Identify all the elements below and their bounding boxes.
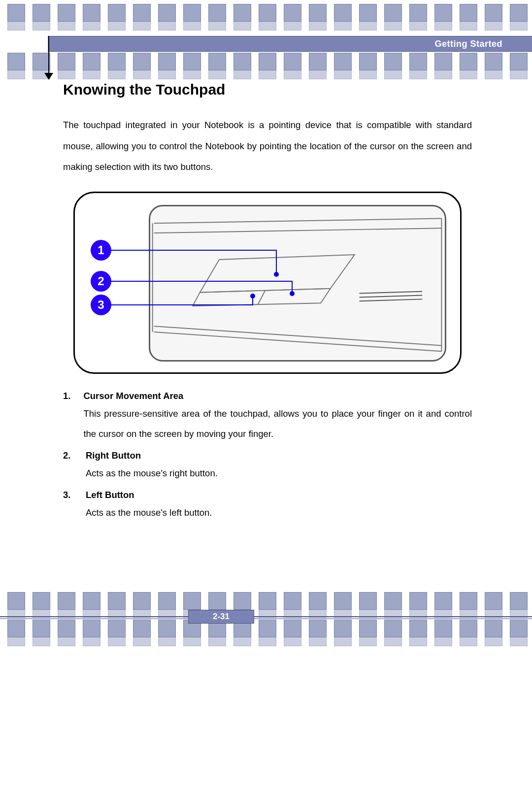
decor-pattern bbox=[0, 4, 532, 22]
decor-pattern bbox=[0, 53, 532, 70]
laptop-illustration bbox=[149, 205, 446, 362]
footer-rule bbox=[0, 616, 532, 617]
list-item-text: This pressure-sensitive area of the touc… bbox=[83, 403, 472, 444]
list-item: 2. Right Button Acts as the mouse's righ… bbox=[63, 450, 472, 484]
leader-line-1v bbox=[276, 250, 277, 273]
page-number-badge: 2-31 bbox=[188, 610, 254, 624]
list-item-title: Right Button bbox=[86, 450, 218, 461]
leader-dot-1 bbox=[274, 272, 279, 277]
footer-rule bbox=[0, 618, 532, 619]
section-header-bar: Getting Started bbox=[48, 36, 532, 52]
decor-pattern bbox=[0, 592, 532, 610]
list-number: 3. bbox=[63, 490, 73, 523]
list-item: 1. Cursor Movement Area This pressure-se… bbox=[63, 391, 472, 444]
diagram-callout-2: 2 bbox=[91, 271, 111, 292]
intro-paragraph: The touchpad integrated in your Notebook… bbox=[63, 115, 472, 178]
list-item-text: Acts as the mouse's left button. bbox=[86, 502, 212, 523]
page-title: Knowing the Touchpad bbox=[63, 81, 472, 98]
legend-list: 1. Cursor Movement Area This pressure-se… bbox=[63, 391, 472, 523]
leader-line-1 bbox=[110, 250, 277, 251]
list-number: 1. bbox=[63, 391, 70, 444]
page-content: Knowing the Touchpad The touchpad integr… bbox=[63, 81, 472, 529]
list-item-title: Cursor Movement Area bbox=[83, 391, 472, 401]
decor-pattern bbox=[0, 620, 532, 637]
leader-line-2 bbox=[110, 281, 293, 282]
leader-line-3 bbox=[110, 304, 253, 305]
arrow-down-icon bbox=[44, 73, 53, 80]
page-number: 2-31 bbox=[213, 612, 230, 622]
arrow-stem bbox=[48, 36, 49, 74]
list-item-text: Acts as the mouse's right button. bbox=[86, 463, 218, 484]
diagram-callout-3: 3 bbox=[91, 295, 111, 315]
leader-dot-2 bbox=[290, 291, 295, 296]
list-item-title: Left Button bbox=[86, 490, 212, 500]
laptop-svg bbox=[150, 206, 445, 360]
touchpad-diagram: 1 2 3 bbox=[73, 192, 462, 374]
list-number: 2. bbox=[63, 450, 73, 484]
list-item: 3. Left Button Acts as the mouse's left … bbox=[63, 490, 472, 523]
leader-dot-3 bbox=[250, 294, 255, 298]
diagram-callout-1: 1 bbox=[91, 240, 111, 261]
section-header-label: Getting Started bbox=[434, 39, 502, 49]
